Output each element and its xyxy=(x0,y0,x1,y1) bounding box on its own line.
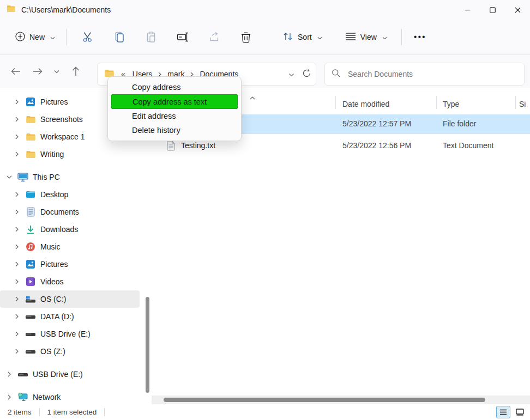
horizontal-scrollbar[interactable] xyxy=(152,395,530,404)
sidebar-item-label: Network xyxy=(33,393,61,401)
sidebar-item-pictures-2[interactable]: Pictures xyxy=(0,255,140,273)
sidebar-item-documents[interactable]: Documents xyxy=(0,203,140,221)
sidebar-scrollbar-thumb[interactable] xyxy=(146,297,149,393)
sidebar-item-os-c[interactable]: OS (C:) xyxy=(0,290,140,308)
network-icon xyxy=(17,392,28,403)
status-bar: 2 items 1 item selected xyxy=(0,404,530,420)
chevron-right-icon[interactable] xyxy=(13,192,21,197)
maximize-button[interactable] xyxy=(480,0,505,20)
paste-button[interactable] xyxy=(140,27,162,47)
copy-button[interactable] xyxy=(109,27,130,47)
column-header-date-modified[interactable]: Date modified xyxy=(342,100,389,108)
sort-ascending-caret-icon xyxy=(250,93,255,101)
item-count: 2 items xyxy=(0,408,39,416)
plus-circle-icon xyxy=(15,32,25,43)
delete-button[interactable] xyxy=(235,27,257,47)
chevron-right-icon[interactable] xyxy=(13,349,21,354)
command-bar: New Sort xyxy=(0,20,530,55)
chevron-right-icon[interactable] xyxy=(13,99,21,105)
sidebar-item-label: Screenshots xyxy=(40,115,83,124)
menu-item-edit-address[interactable]: Edit address xyxy=(108,109,241,123)
column-separator[interactable] xyxy=(335,96,336,109)
sidebar-item-videos[interactable]: Videos xyxy=(0,273,140,290)
refresh-icon[interactable] xyxy=(302,69,311,80)
sidebar-item-label: USB Drive (E:) xyxy=(33,370,83,379)
toolbar-separator xyxy=(66,29,67,45)
rename-button[interactable] xyxy=(172,27,194,47)
view-button-label: View xyxy=(360,33,377,41)
sidebar-item-this-pc[interactable]: This PC xyxy=(0,168,140,186)
chevron-right-icon[interactable] xyxy=(13,117,21,122)
new-button[interactable]: New xyxy=(10,27,61,47)
sidebar-item-os-z[interactable]: OS (Z:) xyxy=(0,343,140,360)
chevron-right-icon[interactable] xyxy=(13,331,21,337)
chevron-right-icon[interactable] xyxy=(13,296,21,302)
selection-count: 1 item selected xyxy=(40,408,105,416)
column-header-size[interactable]: Si xyxy=(519,100,526,108)
this-pc-icon xyxy=(17,172,28,182)
window-chrome: C:\Users\mark\Documents New xyxy=(0,0,530,88)
details-view-button[interactable] xyxy=(496,406,510,418)
menu-item-copy-address[interactable]: Copy address xyxy=(108,80,241,94)
os-drive-icon xyxy=(25,294,36,305)
sidebar-item-label: Workspace 1 xyxy=(40,132,85,141)
chevron-right-icon[interactable] xyxy=(13,151,21,157)
chevron-right-icon[interactable] xyxy=(13,261,21,267)
share-button[interactable] xyxy=(203,27,225,47)
view-button[interactable]: View xyxy=(340,28,393,47)
sidebar-item-downloads[interactable]: Downloads xyxy=(0,221,140,238)
column-separator[interactable] xyxy=(515,96,516,109)
forward-button[interactable] xyxy=(28,62,47,81)
search-input[interactable] xyxy=(348,70,517,78)
sidebar-item-writing[interactable]: Writing xyxy=(0,145,140,163)
folder-icon xyxy=(25,149,36,160)
search-icon xyxy=(332,69,340,80)
menu-item-delete-history[interactable]: Delete history xyxy=(108,123,241,137)
sidebar-item-usb-drive-e-2[interactable]: USB Drive (E:) xyxy=(0,366,140,383)
chevron-right-icon[interactable] xyxy=(13,227,21,232)
sort-button[interactable]: Sort xyxy=(277,27,328,48)
toolbar-separator xyxy=(401,29,402,45)
downloads-icon xyxy=(25,224,36,235)
drive-icon xyxy=(17,369,28,380)
close-button[interactable] xyxy=(505,0,530,20)
recent-locations-chevron[interactable] xyxy=(50,62,63,81)
view-icon xyxy=(345,32,356,42)
chevron-right-icon[interactable] xyxy=(13,244,21,249)
drive-icon xyxy=(25,311,36,322)
column-header-type[interactable]: Type xyxy=(443,100,459,108)
menu-item-copy-address-as-text[interactable]: Copy address as text xyxy=(111,94,238,109)
title-bar[interactable]: C:\Users\mark\Documents xyxy=(0,0,530,20)
chevron-down-icon[interactable] xyxy=(5,175,13,179)
sidebar-item-music[interactable]: Music xyxy=(0,238,140,255)
large-icons-view-button[interactable] xyxy=(513,406,527,418)
search-box[interactable] xyxy=(324,63,525,86)
up-button[interactable] xyxy=(67,62,85,81)
drive-icon xyxy=(25,346,36,357)
chevron-right-icon[interactable] xyxy=(13,134,21,139)
videos-icon xyxy=(25,276,36,287)
back-button[interactable] xyxy=(7,62,25,81)
sidebar-item-network[interactable]: Network xyxy=(0,388,140,404)
chevron-right-icon[interactable] xyxy=(13,209,21,215)
horizontal-scrollbar-thumb[interactable] xyxy=(164,398,485,402)
sidebar-item-data-d[interactable]: DATA (D:) xyxy=(0,308,140,325)
minimize-button[interactable] xyxy=(455,0,480,20)
address-dropdown-chevron[interactable] xyxy=(288,69,294,79)
chevron-right-icon[interactable] xyxy=(13,314,21,319)
sidebar-item-desktop[interactable]: Desktop xyxy=(0,186,140,203)
chevron-right-icon[interactable] xyxy=(13,279,21,284)
chevron-down-icon xyxy=(50,33,55,41)
see-more-button[interactable]: ••• xyxy=(407,29,433,45)
cut-button[interactable] xyxy=(77,27,99,47)
sidebar-item-label: Music xyxy=(40,242,61,251)
sidebar-item-usb-drive-e[interactable]: USB Drive (E:) xyxy=(0,325,140,343)
new-button-label: New xyxy=(29,33,45,41)
chevron-right-icon[interactable] xyxy=(5,394,13,400)
chevron-right-icon[interactable] xyxy=(5,372,13,377)
sidebar-scrollbar[interactable] xyxy=(146,297,150,404)
sidebar-item-label: Videos xyxy=(40,277,64,286)
sidebar-item-label: OS (Z:) xyxy=(40,347,65,356)
column-separator[interactable] xyxy=(436,96,437,109)
sidebar-item-label: OS (C:) xyxy=(40,295,66,303)
